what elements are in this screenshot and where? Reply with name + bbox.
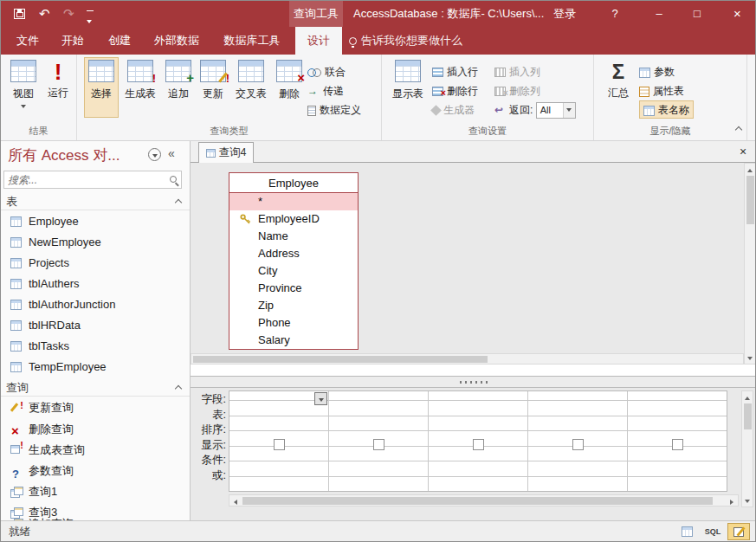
search-input[interactable] (8, 172, 164, 187)
select-query-button[interactable]: 选择 (84, 57, 119, 118)
maximize-button[interactable]: □ (680, 1, 714, 27)
tell-me-box[interactable]: 告诉我你想要做什么 (349, 27, 496, 55)
nav-query-make-table[interactable]: 生成表查询 (1, 440, 190, 461)
show-checkbox-col5[interactable] (672, 439, 683, 450)
nav-table-tempemployee[interactable]: TempEmployee (1, 357, 190, 377)
data-definition-query-button[interactable]: 数据定义 (307, 101, 361, 119)
union-query-button[interactable]: 联合 (307, 63, 346, 81)
shutter-bar-collapse-icon[interactable]: « (168, 146, 175, 160)
grid-vertical-scrollbar[interactable] (741, 390, 753, 507)
nav-query-update[interactable]: 更新查询 (1, 397, 190, 418)
undo-icon[interactable] (39, 1, 50, 27)
show-checkbox-col3[interactable] (473, 439, 484, 450)
search-box[interactable] (3, 171, 182, 189)
crosstab-query-button[interactable]: 交叉表 (231, 57, 271, 118)
nav-query-delete[interactable]: 删除查询 (1, 419, 190, 440)
scroll-right-icon[interactable] (727, 496, 737, 507)
delete-query-button[interactable]: 删除 (273, 57, 306, 118)
scrollbar-thumb[interactable] (193, 356, 488, 363)
builder-button[interactable]: 生成器 (432, 101, 475, 119)
make-table-query-button[interactable]: 生成表 (120, 57, 160, 118)
insert-rows-button[interactable]: 插入行 (432, 63, 478, 81)
nav-table-tblhrdata[interactable]: tblHRData (1, 315, 190, 336)
tab-database-tools[interactable]: 数据库工具 (212, 27, 292, 55)
context-tab-query-tools[interactable]: 查询工具 (289, 1, 343, 27)
scrollbar-thumb[interactable] (744, 403, 752, 429)
field-row-zip[interactable]: Zip (229, 297, 358, 314)
nav-table-tbltasks[interactable]: tblTasks (1, 336, 190, 357)
minimize-button[interactable]: – (642, 1, 676, 27)
tab-create[interactable]: 创建 (98, 27, 141, 55)
sign-in-button[interactable]: 登录 (553, 1, 576, 27)
delete-rows-button[interactable]: 删除行 (432, 82, 478, 100)
nav-query-parameter[interactable]: 参数查询 (1, 461, 190, 481)
field-list-employee[interactable]: Employee * EmployeeID Name Address City … (229, 172, 359, 350)
field-row-salary[interactable]: Salary (229, 332, 358, 349)
redo-icon[interactable] (63, 1, 74, 27)
field-row-star[interactable]: * (229, 193, 358, 210)
show-checkbox-col1[interactable] (274, 439, 285, 450)
field-list-title[interactable]: Employee (229, 173, 358, 193)
totals-button[interactable]: 汇总 (601, 57, 636, 118)
show-checkbox-col4[interactable] (572, 439, 584, 450)
parameters-button[interactable]: 参数 (639, 63, 675, 81)
tab-external-data[interactable]: 外部数据 (145, 27, 209, 55)
tab-home[interactable]: 开始 (51, 27, 94, 55)
scroll-down-icon[interactable] (745, 352, 755, 363)
nav-pane-title[interactable]: 所有 Access 对... (8, 145, 120, 165)
combo-chevron-icon[interactable] (563, 103, 575, 118)
view-button[interactable]: 视图 (7, 57, 40, 118)
insert-columns-button[interactable]: 插入列 (494, 63, 540, 81)
section-header-queries[interactable]: 查询 (1, 378, 190, 397)
nav-table-tblauthers[interactable]: tblAuthers (1, 274, 190, 294)
scroll-down-icon[interactable] (742, 495, 753, 506)
save-icon[interactable] (14, 9, 25, 19)
sql-view-button[interactable]: SQL (701, 523, 724, 540)
delete-columns-button[interactable]: 删除列 (494, 82, 540, 100)
design-view-button[interactable] (727, 523, 750, 540)
design-horizontal-scrollbar[interactable] (191, 353, 744, 365)
datasheet-view-button[interactable] (675, 523, 698, 540)
field-row-name[interactable]: Name (229, 228, 358, 245)
nav-query-append[interactable]: 追加查询 (1, 513, 190, 520)
nav-pane-menu-icon[interactable] (148, 148, 161, 161)
field-row-address[interactable]: Address (229, 245, 358, 262)
field-row-city[interactable]: City (229, 262, 358, 280)
property-sheet-button[interactable]: 属性表 (639, 82, 684, 100)
close-button[interactable]: × (718, 1, 756, 27)
scroll-up-icon[interactable] (745, 165, 755, 175)
scrollbar-thumb[interactable] (242, 497, 713, 505)
grid-horizontal-scrollbar[interactable] (229, 494, 739, 507)
table-names-button[interactable]: 表名称 (639, 100, 694, 119)
nav-table-employee[interactable]: Employee (1, 211, 190, 232)
field-row-employeeid[interactable]: EmployeeID (229, 210, 358, 228)
nav-table-tblauthorjunction[interactable]: tblAuthorJunction (1, 294, 190, 315)
field-dropdown-icon[interactable] (314, 392, 327, 405)
scrollbar-thumb[interactable] (746, 176, 754, 224)
append-query-button[interactable]: 追加 (162, 57, 195, 118)
scroll-left-icon[interactable] (230, 496, 241, 507)
return-combo[interactable]: All (536, 102, 576, 119)
query-design-grid[interactable] (229, 390, 727, 492)
tab-file[interactable]: 文件 (8, 27, 48, 55)
section-header-tables[interactable]: 表 (1, 192, 190, 210)
search-icon[interactable] (170, 176, 177, 183)
help-button[interactable]: ? (602, 1, 628, 27)
run-button[interactable]: ! 运行 (42, 57, 74, 118)
field-row-province[interactable]: Province (229, 280, 358, 297)
update-query-button[interactable]: 更新 (197, 57, 229, 118)
collapse-section-icon[interactable] (175, 385, 182, 392)
query-design-surface[interactable]: Employee * EmployeeID Name Address City … (191, 163, 756, 365)
scroll-up-icon[interactable] (742, 392, 753, 403)
pass-through-query-button[interactable]: 传递 (307, 82, 344, 100)
nav-table-newemployee[interactable]: NewEmployee (1, 232, 190, 253)
tab-design[interactable]: 设计 (295, 27, 342, 55)
collapse-section-icon[interactable] (175, 199, 182, 206)
nav-table-projects[interactable]: Projects (1, 253, 190, 274)
field-row-phone[interactable]: Phone (229, 314, 358, 332)
customize-quick-access-icon[interactable] (87, 14, 94, 27)
show-checkbox-col2[interactable] (373, 439, 384, 450)
nav-query-query1[interactable]: 查询1 (1, 481, 190, 502)
document-tab-query4[interactable]: 查询4 (198, 142, 254, 163)
pane-splitter[interactable] (191, 376, 756, 388)
